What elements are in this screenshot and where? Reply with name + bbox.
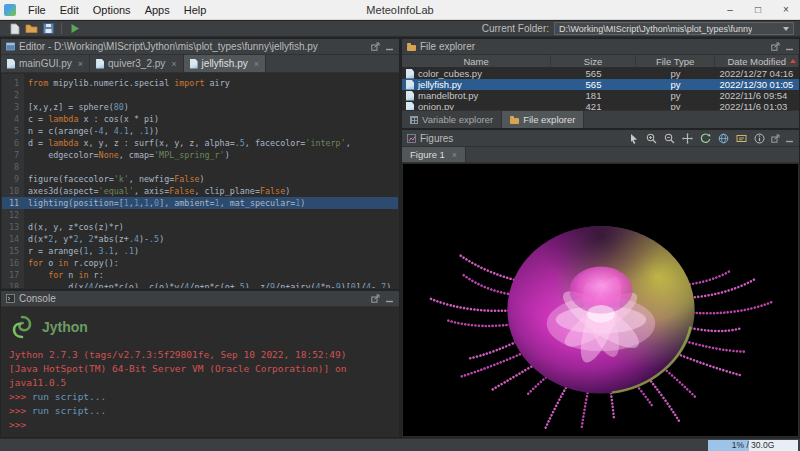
figure-canvas[interactable] <box>403 164 798 436</box>
code-line: 1from mipylib.numeric.special import air… <box>2 77 398 89</box>
close-window-button[interactable]: × <box>772 0 800 20</box>
file-explorer-title: File explorer <box>420 41 475 52</box>
tab-label: jellyfish.py <box>202 58 248 69</box>
current-folder-label: Current Folder: <box>482 23 554 34</box>
new-script-icon <box>10 23 20 35</box>
editor-panel-title: Editor - D:\Working\MIScript\Jython\mis\… <box>19 41 318 52</box>
figures-panel-header: Figures <box>402 130 799 147</box>
jython-logo-row: Jython <box>9 311 391 343</box>
menu-help[interactable]: Help <box>177 0 214 20</box>
jellyfish-plot <box>403 164 798 436</box>
tab-label: mainGUI.py <box>19 58 72 69</box>
menu-edit[interactable]: Edit <box>53 0 86 20</box>
console-panel-header: Console <box>1 291 399 307</box>
console-banner-text: Jython 2.7.3 (tags/v2.7.3:5f29801fe, Sep… <box>9 349 346 360</box>
line-number: 4 <box>2 113 24 125</box>
close-tab-icon[interactable]: × <box>171 59 176 69</box>
figures-panel-title: Figures <box>420 133 453 144</box>
code-line: 15r = arange(1, 3.1, .1) <box>2 245 398 257</box>
editor-panel-header: Editor - D:\Working\MIScript\Jython\mis\… <box>1 39 399 55</box>
line-number: 7 <box>2 149 24 161</box>
minimize-panel-icon[interactable] <box>385 294 394 303</box>
menu-file[interactable]: File <box>21 0 53 20</box>
line-number: 14 <box>2 233 24 245</box>
menu-apps[interactable]: Apps <box>138 0 177 20</box>
code-line: 4c = lambda x : cos(x * pi) <box>2 113 398 125</box>
maximize-window-button[interactable]: □ <box>744 0 772 20</box>
console-output[interactable]: Jython Jython 2.7.3 (tags/v2.7.3:5f29801… <box>1 307 399 432</box>
file-row-mandelbrot[interactable]: mandelbrot.py 181 py 2022/11/6 09:54 <box>402 90 799 101</box>
zoom-out-icon[interactable] <box>663 132 676 145</box>
code-line: 7 edgecolor=None, cmap='MPL_spring_r') <box>2 149 398 161</box>
float-panel-icon[interactable] <box>371 294 380 303</box>
line-number: 18 <box>2 281 24 288</box>
save-button[interactable] <box>40 21 57 36</box>
tab-variable-explorer[interactable]: Variable explorer <box>402 111 502 128</box>
window-controls: – □ × <box>716 0 800 20</box>
tab-figure-1[interactable]: Figure 1 × <box>402 147 466 162</box>
zoom-in-icon[interactable] <box>645 132 658 145</box>
sort-indicator-icon <box>790 59 796 63</box>
file-row-jellyfish[interactable]: jellyfish.py 565 py 2022/12/30 01:05 <box>402 79 799 90</box>
tab-quiver3-2-py[interactable]: quiver3_2.py × <box>90 55 184 72</box>
tab-file-explorer[interactable]: File explorer <box>502 111 584 128</box>
code-line: 8 <box>2 161 398 173</box>
minimize-panel-icon[interactable] <box>785 42 794 51</box>
annotation-icon[interactable] <box>735 132 748 145</box>
close-tab-icon[interactable]: × <box>452 150 457 160</box>
code-editor[interactable]: 1from mipylib.numeric.special import air… <box>2 74 398 288</box>
open-button[interactable] <box>23 21 40 36</box>
select-arrow-icon[interactable] <box>627 132 640 145</box>
file-date: 2022/11/6 09:54 <box>715 90 799 101</box>
line-number: 9 <box>2 173 24 185</box>
float-panel-icon[interactable] <box>771 42 780 51</box>
info-icon[interactable] <box>753 132 766 145</box>
close-tab-icon[interactable]: × <box>254 59 259 69</box>
console-panel: Console Jython Jython 2.7.3 (tags/v2.7.3… <box>0 290 400 438</box>
minimize-panel-icon[interactable] <box>785 134 794 143</box>
line-number: 15 <box>2 245 24 257</box>
minimize-panel-icon[interactable] <box>385 42 394 51</box>
float-panel-icon[interactable] <box>371 42 380 51</box>
file-date: 2022/12/30 01:05 <box>715 79 799 90</box>
code-line: 16for o in r.copy(): <box>2 257 398 269</box>
column-header-name[interactable]: Name <box>402 55 551 67</box>
new-script-button[interactable] <box>6 21 23 36</box>
tab-jellyfish-py[interactable]: jellyfish.py × <box>184 55 266 72</box>
column-header-label: Date Modified <box>727 56 786 67</box>
code-line: 13d(x, y, z*cos(z)*r) <box>2 221 398 233</box>
menu-options[interactable]: Options <box>86 0 138 20</box>
pan-icon[interactable] <box>681 132 694 145</box>
run-script-button[interactable] <box>66 21 83 36</box>
current-folder-combobox[interactable]: D:\Working\MIScript\Jython\mis\plot_type… <box>554 22 794 35</box>
line-number: 10 <box>2 185 24 197</box>
jython-logo-icon <box>9 314 35 340</box>
column-header-date-modified[interactable]: Date Modified <box>715 55 799 67</box>
console-line: [Java HotSpot(TM) 64-Bit Server VM (Orac… <box>9 362 391 390</box>
minimize-window-button[interactable]: – <box>716 0 744 20</box>
column-header-size[interactable]: Size <box>551 55 636 67</box>
tab-maingui-py[interactable]: mainGUI.py × <box>1 55 90 72</box>
folder-icon <box>407 45 416 51</box>
code-line: 3[x,y,z] = sphere(80) <box>2 101 398 113</box>
folder-icon <box>510 118 519 124</box>
line-number: 2 <box>2 89 24 101</box>
line-number: 17 <box>2 269 24 281</box>
file-size: 565 <box>551 68 636 79</box>
rotate-icon[interactable] <box>699 132 712 145</box>
console-line: >>> run script... <box>9 404 391 418</box>
chevron-down-icon[interactable] <box>783 27 789 31</box>
line-number: 1 <box>2 77 24 89</box>
float-panel-icon[interactable] <box>771 134 780 143</box>
column-header-file-type[interactable]: File Type <box>636 55 716 67</box>
file-table-body: color_cubes.py 565 py 2022/12/27 04:16 j… <box>402 68 799 112</box>
jython-logo-text: Jython <box>42 320 88 334</box>
code-line: 2 <box>2 89 398 101</box>
file-row-color-cubes[interactable]: color_cubes.py 565 py 2022/12/27 04:16 <box>402 68 799 79</box>
python-file-icon <box>96 59 104 69</box>
memory-usage-indicator: 1% / 30.0G <box>708 440 798 451</box>
line-number: 8 <box>2 161 24 173</box>
run-icon <box>70 23 80 34</box>
globe-icon[interactable] <box>717 132 730 145</box>
close-tab-icon[interactable]: × <box>78 59 83 69</box>
